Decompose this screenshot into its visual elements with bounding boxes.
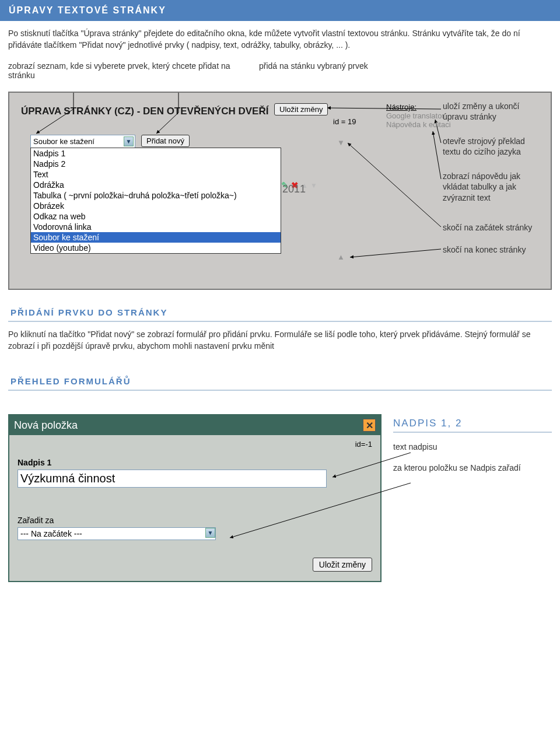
dropdown-option[interactable]: Obrázek bbox=[31, 201, 281, 211]
element-type-dropdown[interactable]: Nadpis 1Nadpis 2TextOdrážkaTabulka ( ~pr… bbox=[30, 148, 281, 254]
svg-line-8 bbox=[350, 249, 441, 257]
close-icon[interactable]: ✕ bbox=[363, 419, 376, 432]
side-note-position: za kterou položku se Nadpis zařadí bbox=[393, 463, 552, 472]
move-down-icon[interactable]: ▼ bbox=[310, 181, 317, 190]
note-save: uloží změny a ukončí úpravu stránky bbox=[443, 101, 545, 122]
dropdown-option[interactable]: Vodorovná linka bbox=[31, 222, 281, 232]
dropdown-option[interactable]: Odrážka bbox=[31, 180, 281, 190]
field-label-zaradit: Zařadit za bbox=[18, 511, 372, 527]
scroll-top-icon[interactable]: ▼ bbox=[337, 138, 345, 147]
side-head: NADPIS 1, 2 bbox=[393, 418, 552, 433]
page-id: id = 19 bbox=[333, 117, 356, 126]
note-translator: otevře strojový překlad textu do cizího … bbox=[443, 136, 545, 157]
dropdown-option[interactable]: Tabulka ( ~první položkai~druhá položka~… bbox=[31, 190, 281, 201]
nadpis-input[interactable] bbox=[18, 470, 327, 488]
section-add-element: PŘIDÁNÍ PRVKU DO STRÁNKY bbox=[8, 304, 552, 322]
add-new-button[interactable]: Přidat nový bbox=[141, 135, 190, 147]
zaradit-value: --- Na začátek --- bbox=[18, 528, 205, 540]
editor-screenshot: ÚPRAVA STRÁNKY (CZ) - DEN OTEVŘENÝCH DVE… bbox=[8, 92, 552, 290]
section-forms-overview: PŘEHLED FORMULÁŘŮ bbox=[8, 373, 552, 391]
dialog-id: id=-1 bbox=[18, 439, 372, 453]
dropdown-option[interactable]: Soubor ke stažení bbox=[31, 232, 281, 243]
edit-help-link[interactable]: Nápověda k editaci bbox=[386, 120, 451, 129]
page-banner: ÚPRAVY TEXTOVÉ STRÁNKY bbox=[0, 0, 560, 21]
intro-paragraph: Po stisknutí tlačítka "Úprava stránky" p… bbox=[0, 21, 560, 58]
label-select-list: zobrazí seznam, kde si vyberete prvek, k… bbox=[8, 61, 259, 80]
svg-line-7 bbox=[348, 143, 441, 227]
note-scroll-bottom: skočí na konec stránky bbox=[443, 244, 545, 255]
dialog-title: Nová položka bbox=[14, 419, 78, 432]
chevron-down-icon[interactable]: ▼ bbox=[124, 136, 134, 146]
dropdown-option[interactable]: Odkaz na web bbox=[31, 211, 281, 222]
note-scroll-top: skočí na začátek stránky bbox=[443, 222, 545, 233]
dialog-save-button[interactable]: Uložit změny bbox=[313, 558, 372, 572]
tools-block: Nástroje: Google translator Nápověda k e… bbox=[386, 103, 451, 129]
zaradit-select[interactable]: --- Na začátek --- ▼ bbox=[18, 527, 216, 540]
side-note-text: text nadpisu bbox=[393, 442, 552, 451]
scroll-bottom-icon[interactable]: ▲ bbox=[337, 253, 345, 261]
dropdown-option[interactable]: Nadpis 1 bbox=[31, 148, 281, 159]
section-add-element-text: Po kliknutí na tlačítko "Přidat nový" se… bbox=[0, 322, 560, 359]
new-item-dialog: Nová položka ✕ id=-1 Nadpis 1 Zařadit za… bbox=[8, 414, 382, 582]
element-type-select[interactable]: Soubor ke stažení ▼ bbox=[30, 135, 135, 148]
select-value: Soubor ke stažení bbox=[33, 137, 94, 146]
dropdown-option[interactable]: Video (youtube) bbox=[31, 243, 281, 253]
dropdown-option[interactable]: Text bbox=[31, 169, 281, 180]
year-text: 2011 bbox=[282, 183, 306, 195]
google-translator-link[interactable]: Google translator bbox=[386, 111, 451, 120]
dropdown-option[interactable]: Nadpis 2 bbox=[31, 159, 281, 169]
label-add-btn: přidá na stánku vybraný prvek bbox=[259, 61, 552, 80]
field-label-nadpis: Nadpis 1 bbox=[18, 453, 372, 470]
chevron-down-icon[interactable]: ▼ bbox=[205, 528, 215, 538]
save-button[interactable]: Uložit změny bbox=[274, 103, 328, 115]
tools-head: Nástroje: bbox=[386, 103, 451, 111]
note-help: zobrazí nápovědu jak vkládat tabulky a j… bbox=[443, 171, 545, 203]
svg-line-6 bbox=[433, 131, 441, 179]
